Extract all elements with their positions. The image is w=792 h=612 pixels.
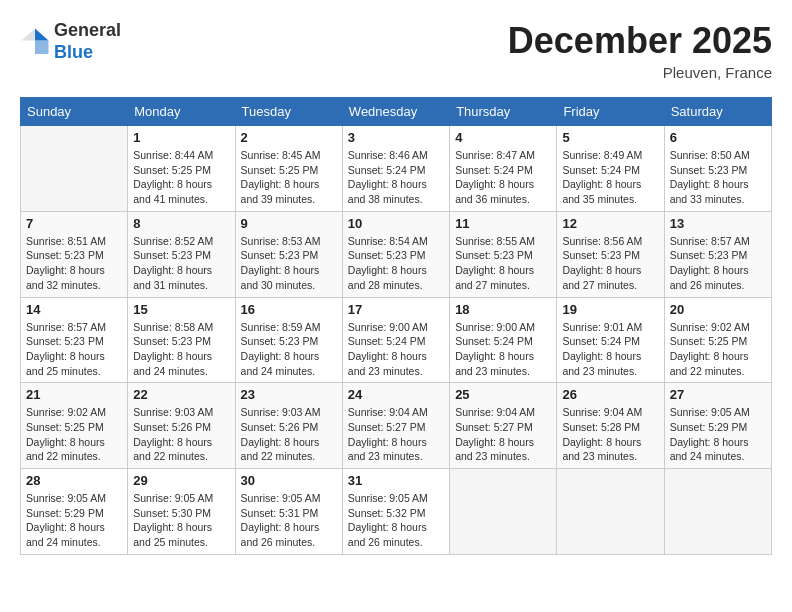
calendar-cell: 9Sunrise: 8:53 AMSunset: 5:23 PMDaylight… [235,211,342,297]
calendar-cell: 12Sunrise: 8:56 AMSunset: 5:23 PMDayligh… [557,211,664,297]
month-title: December 2025 [508,20,772,62]
day-number: 20 [670,302,766,317]
header-monday: Monday [128,98,235,126]
logo: General Blue [20,20,121,63]
day-number: 10 [348,216,444,231]
day-info: Sunrise: 9:05 AMSunset: 5:30 PMDaylight:… [133,491,229,550]
calendar-cell: 24Sunrise: 9:04 AMSunset: 5:27 PMDayligh… [342,383,449,469]
day-info: Sunrise: 8:54 AMSunset: 5:23 PMDaylight:… [348,234,444,293]
calendar-cell: 18Sunrise: 9:00 AMSunset: 5:24 PMDayligh… [450,297,557,383]
calendar-cell: 22Sunrise: 9:03 AMSunset: 5:26 PMDayligh… [128,383,235,469]
calendar-cell: 20Sunrise: 9:02 AMSunset: 5:25 PMDayligh… [664,297,771,383]
svg-marker-2 [22,28,36,40]
svg-marker-1 [35,40,49,54]
calendar-cell: 28Sunrise: 9:05 AMSunset: 5:29 PMDayligh… [21,469,128,555]
day-info: Sunrise: 9:03 AMSunset: 5:26 PMDaylight:… [241,405,337,464]
day-info: Sunrise: 9:05 AMSunset: 5:32 PMDaylight:… [348,491,444,550]
day-info: Sunrise: 9:04 AMSunset: 5:28 PMDaylight:… [562,405,658,464]
day-number: 5 [562,130,658,145]
calendar-cell [557,469,664,555]
day-info: Sunrise: 8:46 AMSunset: 5:24 PMDaylight:… [348,148,444,207]
day-number: 7 [26,216,122,231]
calendar-week-3: 14Sunrise: 8:57 AMSunset: 5:23 PMDayligh… [21,297,772,383]
calendar-cell: 16Sunrise: 8:59 AMSunset: 5:23 PMDayligh… [235,297,342,383]
logo-general: General [54,20,121,40]
calendar-cell [450,469,557,555]
calendar-cell: 11Sunrise: 8:55 AMSunset: 5:23 PMDayligh… [450,211,557,297]
calendar-cell: 10Sunrise: 8:54 AMSunset: 5:23 PMDayligh… [342,211,449,297]
day-info: Sunrise: 8:47 AMSunset: 5:24 PMDaylight:… [455,148,551,207]
day-number: 2 [241,130,337,145]
calendar-cell: 15Sunrise: 8:58 AMSunset: 5:23 PMDayligh… [128,297,235,383]
day-info: Sunrise: 9:03 AMSunset: 5:26 PMDaylight:… [133,405,229,464]
day-number: 14 [26,302,122,317]
calendar-cell: 4Sunrise: 8:47 AMSunset: 5:24 PMDaylight… [450,126,557,212]
day-number: 4 [455,130,551,145]
day-number: 29 [133,473,229,488]
calendar-cell: 29Sunrise: 9:05 AMSunset: 5:30 PMDayligh… [128,469,235,555]
day-number: 28 [26,473,122,488]
calendar-cell: 23Sunrise: 9:03 AMSunset: 5:26 PMDayligh… [235,383,342,469]
page-header: General Blue December 2025 Pleuven, Fran… [20,20,772,81]
day-info: Sunrise: 8:59 AMSunset: 5:23 PMDaylight:… [241,320,337,379]
logo-text: General Blue [54,20,121,63]
calendar-cell: 19Sunrise: 9:01 AMSunset: 5:24 PMDayligh… [557,297,664,383]
day-number: 30 [241,473,337,488]
day-info: Sunrise: 8:57 AMSunset: 5:23 PMDaylight:… [670,234,766,293]
calendar-cell: 31Sunrise: 9:05 AMSunset: 5:32 PMDayligh… [342,469,449,555]
calendar-cell: 7Sunrise: 8:51 AMSunset: 5:23 PMDaylight… [21,211,128,297]
header-tuesday: Tuesday [235,98,342,126]
day-info: Sunrise: 8:52 AMSunset: 5:23 PMDaylight:… [133,234,229,293]
logo-icon [20,27,50,57]
calendar-cell: 14Sunrise: 8:57 AMSunset: 5:23 PMDayligh… [21,297,128,383]
title-block: December 2025 Pleuven, France [508,20,772,81]
day-info: Sunrise: 8:49 AMSunset: 5:24 PMDaylight:… [562,148,658,207]
day-info: Sunrise: 8:56 AMSunset: 5:23 PMDaylight:… [562,234,658,293]
day-number: 13 [670,216,766,231]
day-number: 22 [133,387,229,402]
day-info: Sunrise: 9:02 AMSunset: 5:25 PMDaylight:… [26,405,122,464]
location-subtitle: Pleuven, France [508,64,772,81]
day-number: 1 [133,130,229,145]
day-info: Sunrise: 8:45 AMSunset: 5:25 PMDaylight:… [241,148,337,207]
day-info: Sunrise: 9:00 AMSunset: 5:24 PMDaylight:… [348,320,444,379]
header-thursday: Thursday [450,98,557,126]
day-info: Sunrise: 9:01 AMSunset: 5:24 PMDaylight:… [562,320,658,379]
day-number: 18 [455,302,551,317]
day-info: Sunrise: 8:55 AMSunset: 5:23 PMDaylight:… [455,234,551,293]
calendar-cell: 8Sunrise: 8:52 AMSunset: 5:23 PMDaylight… [128,211,235,297]
day-info: Sunrise: 9:00 AMSunset: 5:24 PMDaylight:… [455,320,551,379]
day-number: 16 [241,302,337,317]
day-number: 3 [348,130,444,145]
calendar-cell: 25Sunrise: 9:04 AMSunset: 5:27 PMDayligh… [450,383,557,469]
calendar-cell: 26Sunrise: 9:04 AMSunset: 5:28 PMDayligh… [557,383,664,469]
calendar-header: Sunday Monday Tuesday Wednesday Thursday… [21,98,772,126]
day-number: 27 [670,387,766,402]
day-info: Sunrise: 8:57 AMSunset: 5:23 PMDaylight:… [26,320,122,379]
calendar-week-2: 7Sunrise: 8:51 AMSunset: 5:23 PMDaylight… [21,211,772,297]
calendar-cell: 13Sunrise: 8:57 AMSunset: 5:23 PMDayligh… [664,211,771,297]
day-info: Sunrise: 9:04 AMSunset: 5:27 PMDaylight:… [455,405,551,464]
weekday-row: Sunday Monday Tuesday Wednesday Thursday… [21,98,772,126]
day-number: 19 [562,302,658,317]
day-number: 8 [133,216,229,231]
header-wednesday: Wednesday [342,98,449,126]
svg-marker-0 [35,28,49,40]
day-info: Sunrise: 8:51 AMSunset: 5:23 PMDaylight:… [26,234,122,293]
day-info: Sunrise: 9:05 AMSunset: 5:29 PMDaylight:… [26,491,122,550]
header-sunday: Sunday [21,98,128,126]
calendar-cell: 1Sunrise: 8:44 AMSunset: 5:25 PMDaylight… [128,126,235,212]
day-number: 26 [562,387,658,402]
calendar-cell: 2Sunrise: 8:45 AMSunset: 5:25 PMDaylight… [235,126,342,212]
calendar-cell: 5Sunrise: 8:49 AMSunset: 5:24 PMDaylight… [557,126,664,212]
calendar-cell: 21Sunrise: 9:02 AMSunset: 5:25 PMDayligh… [21,383,128,469]
day-info: Sunrise: 8:53 AMSunset: 5:23 PMDaylight:… [241,234,337,293]
calendar-cell: 17Sunrise: 9:00 AMSunset: 5:24 PMDayligh… [342,297,449,383]
day-number: 11 [455,216,551,231]
day-number: 15 [133,302,229,317]
day-info: Sunrise: 9:05 AMSunset: 5:31 PMDaylight:… [241,491,337,550]
calendar-cell: 27Sunrise: 9:05 AMSunset: 5:29 PMDayligh… [664,383,771,469]
calendar-week-4: 21Sunrise: 9:02 AMSunset: 5:25 PMDayligh… [21,383,772,469]
day-number: 25 [455,387,551,402]
calendar-week-1: 1Sunrise: 8:44 AMSunset: 5:25 PMDaylight… [21,126,772,212]
